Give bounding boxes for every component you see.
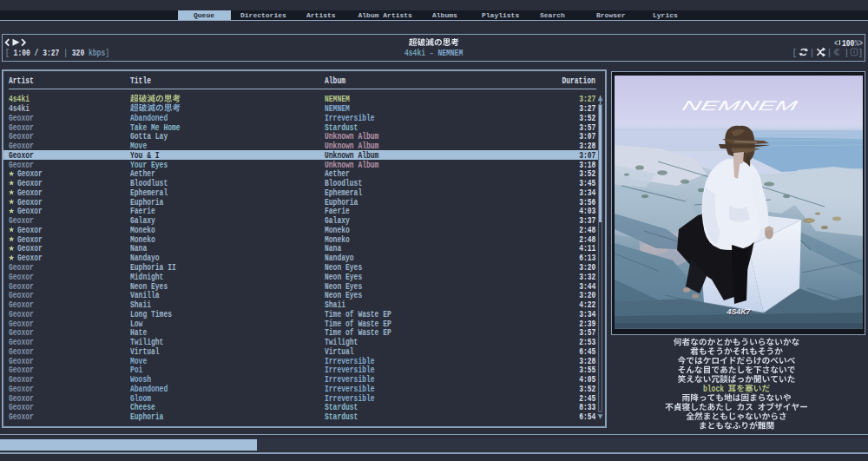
svg-text:NEMNEM: NEMNEM (681, 98, 800, 113)
svg-text:4S4K7: 4S4K7 (727, 307, 752, 316)
